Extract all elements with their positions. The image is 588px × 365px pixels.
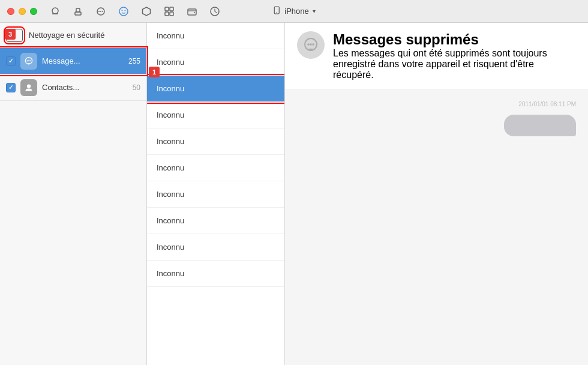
- toolbar-icon-message[interactable]: [95, 5, 107, 17]
- svg-point-23: [29, 60, 31, 61]
- contacts-icon: [20, 79, 37, 96]
- check-icon: ✓: [8, 58, 13, 64]
- message-panel-description: Les messages qui ont été supprimés sont …: [333, 48, 576, 80]
- svg-point-16: [194, 12, 195, 13]
- svg-point-26: [307, 43, 310, 46]
- conversation-item-5[interactable]: Inconnu: [147, 128, 284, 155]
- svg-point-22: [28, 60, 29, 61]
- contacts-count: 50: [133, 83, 140, 92]
- sidebar-item-contacts[interactable]: ✓ Contacts... 50: [0, 74, 146, 101]
- sidebar: ‹ Nettoyage en sécurité ✓ Message... 255…: [0, 23, 147, 365]
- messages-label: Message...: [42, 56, 125, 65]
- toolbar-icon-headphone[interactable]: [49, 5, 61, 17]
- messages-icon: [20, 53, 37, 70]
- svg-point-0: [52, 8, 58, 14]
- message-panel-header-row: Messages supprimés Les messages qui ont …: [285, 23, 588, 89]
- message-panel-icon: [297, 31, 325, 59]
- message-bubble: [504, 115, 576, 136]
- close-button[interactable]: [7, 8, 14, 15]
- svg-point-27: [310, 43, 312, 46]
- conversation-item-1[interactable]: Inconnu: [147, 23, 284, 49]
- message-area: 2011/01/01 08:11 PM: [285, 89, 588, 365]
- svg-point-24: [27, 84, 31, 88]
- svg-point-28: [312, 43, 314, 46]
- phone-icon: [272, 6, 281, 16]
- dropdown-arrow[interactable]: ▾: [313, 8, 316, 14]
- sidebar-item-messages[interactable]: ✓ Message... 255 1: [0, 48, 146, 74]
- message-panel: Messages supprimés Les messages qui ont …: [285, 23, 588, 365]
- titlebar-center: iPhone ▾: [272, 6, 315, 16]
- messages-checkbox[interactable]: ✓: [6, 56, 16, 66]
- message-panel-text: Messages supprimés Les messages qui ont …: [333, 31, 576, 80]
- svg-rect-3: [76, 8, 80, 12]
- toolbar-icons: [37, 5, 221, 17]
- annotation-badge-1: 1: [149, 67, 160, 77]
- message-panel-title: Messages supprimés: [333, 31, 576, 48]
- toolbar-icon-wallet[interactable]: [186, 5, 198, 17]
- conversation-item-4[interactable]: Inconnu: [147, 102, 284, 128]
- toolbar-icon-stamp[interactable]: [72, 5, 84, 17]
- toolbar-icon-face[interactable]: [118, 5, 130, 17]
- message-timestamp: 2011/01/01 08:11 PM: [518, 101, 576, 107]
- toolbar-icon-grid[interactable]: [163, 5, 175, 17]
- conversation-item-10[interactable]: Inconnu: [147, 261, 284, 287]
- conversation-item-7[interactable]: Inconnu: [147, 181, 284, 208]
- sidebar-header: ‹ Nettoyage en sécurité: [0, 23, 146, 48]
- maximize-button[interactable]: [30, 8, 37, 15]
- traffic-lights: [0, 8, 37, 15]
- svg-point-10: [125, 10, 126, 11]
- svg-point-7: [102, 11, 103, 12]
- sidebar-header-title: Nettoyage en sécurité: [29, 31, 104, 40]
- svg-point-5: [98, 11, 100, 12]
- conversation-list: Inconnu Inconnu Inconnu 2 Inconnu Inconn…: [147, 23, 285, 365]
- titlebar: iPhone ▾: [0, 0, 588, 23]
- conversation-item-3[interactable]: Inconnu 2: [147, 76, 284, 102]
- svg-rect-15: [188, 9, 196, 15]
- contacts-checkbox[interactable]: ✓: [6, 83, 16, 92]
- svg-rect-13: [165, 12, 169, 16]
- svg-point-6: [100, 11, 101, 12]
- contacts-label: Contacts...: [42, 83, 129, 92]
- svg-rect-11: [165, 7, 169, 11]
- toolbar-icon-hexagon[interactable]: [140, 5, 152, 17]
- toolbar-icon-clock[interactable]: [209, 5, 221, 17]
- check-icon-2: ✓: [8, 84, 13, 91]
- messages-count: 255: [128, 57, 140, 65]
- minimize-button[interactable]: [19, 8, 26, 15]
- svg-point-19: [276, 12, 277, 13]
- svg-point-8: [119, 7, 128, 16]
- svg-rect-14: [170, 12, 173, 16]
- device-name: iPhone: [284, 7, 308, 16]
- svg-rect-12: [170, 7, 173, 11]
- svg-point-9: [122, 10, 123, 11]
- conversation-item-8[interactable]: Inconnu: [147, 208, 284, 234]
- conversation-item-9[interactable]: Inconnu: [147, 234, 284, 261]
- annotation-badge-3: 3: [5, 29, 16, 40]
- svg-point-21: [27, 60, 28, 61]
- conversation-item-6[interactable]: Inconnu: [147, 155, 284, 181]
- conversation-item-2[interactable]: Inconnu: [147, 49, 284, 76]
- main-content: ‹ Nettoyage en sécurité ✓ Message... 255…: [0, 23, 588, 365]
